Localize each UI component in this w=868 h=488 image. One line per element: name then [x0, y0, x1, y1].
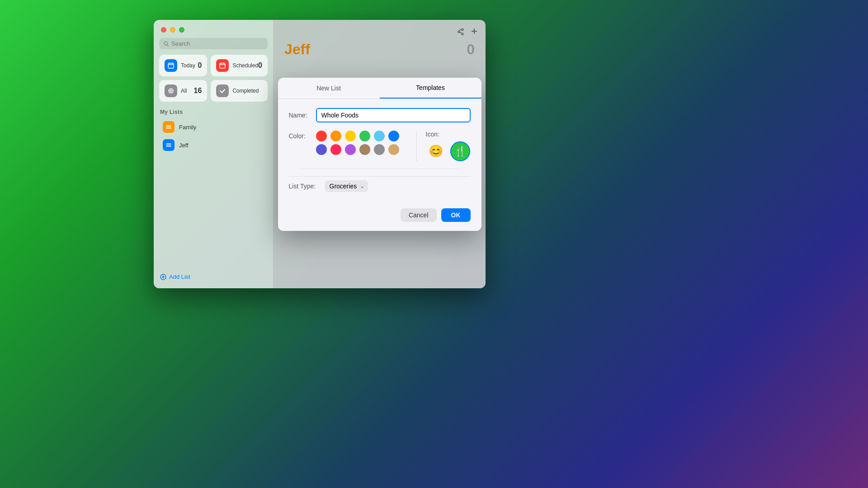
icon-options: 😊 🍴 — [426, 141, 470, 161]
color-blue[interactable] — [388, 131, 399, 141]
today-icon — [165, 59, 177, 72]
icon-smiley[interactable]: 😊 — [426, 141, 446, 161]
list-item-family[interactable]: Family — [156, 118, 270, 136]
add-list-plus-icon — [160, 274, 166, 280]
list-item-jeff[interactable]: Jeff — [156, 136, 270, 154]
cancel-button[interactable]: Cancel — [401, 208, 437, 222]
smart-lists: Today 0 Scheduled 0 All — [154, 55, 273, 107]
name-row: Name: — [289, 108, 471, 122]
name-input[interactable] — [316, 108, 471, 122]
name-label: Name: — [289, 112, 316, 119]
minimize-button[interactable] — [170, 27, 175, 33]
today-label: Today — [181, 62, 195, 69]
jeff-list-name: Jeff — [179, 142, 264, 149]
search-icon — [164, 41, 169, 47]
icon-section: Icon: 😊 🍴 — [416, 131, 471, 161]
svg-rect-2 — [168, 63, 174, 68]
completed-label: Completed — [232, 88, 259, 94]
color-grid — [316, 131, 412, 155]
color-indigo[interactable] — [316, 144, 327, 155]
ok-button[interactable]: OK — [441, 208, 471, 222]
maximize-button[interactable] — [179, 27, 184, 33]
smart-list-scheduled[interactable]: Scheduled 0 — [211, 55, 268, 76]
color-pink[interactable] — [330, 144, 341, 155]
dialog-actions: Cancel OK — [278, 204, 481, 222]
svg-line-1 — [167, 44, 168, 46]
color-tan[interactable] — [388, 144, 399, 155]
divider — [300, 169, 460, 169]
scheduled-count: 0 — [258, 61, 262, 70]
color-label: Color: — [289, 131, 316, 140]
all-icon — [165, 84, 177, 97]
scheduled-icon — [216, 59, 229, 72]
color-red[interactable] — [316, 131, 327, 141]
dialog-overlay: New List Templates Name: Color: — [274, 20, 486, 288]
smart-list-all[interactable]: All 16 — [159, 80, 207, 102]
completed-icon — [216, 84, 229, 97]
sidebar: Today 0 Scheduled 0 All — [154, 20, 274, 288]
all-count: 16 — [194, 87, 202, 95]
color-green[interactable] — [359, 131, 370, 141]
smart-list-today[interactable]: Today 0 — [159, 55, 207, 76]
family-list-icon — [163, 121, 175, 133]
color-yellow[interactable] — [345, 131, 356, 141]
tab-new-list[interactable]: New List — [278, 78, 380, 99]
list-type-row: List Type: Groceries Standard Shopping — [289, 176, 471, 192]
color-lightblue[interactable] — [374, 131, 385, 141]
dialog-tabs: New List Templates — [278, 78, 481, 99]
close-button[interactable] — [161, 27, 166, 33]
color-icon-row: Color: — [289, 131, 471, 161]
smart-list-completed[interactable]: Completed — [211, 80, 268, 102]
jeff-list-icon — [163, 139, 175, 151]
list-type-select-wrapper: Groceries Standard Shopping — [325, 180, 368, 192]
dialog-body: Name: Color: — [278, 99, 481, 204]
svg-rect-6 — [220, 63, 225, 68]
icon-utensils[interactable]: 🍴 — [450, 141, 470, 161]
my-lists-header: My Lists — [154, 107, 273, 118]
tab-templates[interactable]: Templates — [380, 78, 481, 99]
color-brown[interactable] — [359, 144, 370, 155]
color-orange[interactable] — [330, 131, 341, 141]
icon-label: Icon: — [426, 131, 439, 138]
add-list-button[interactable]: Add List — [154, 269, 197, 285]
window-controls — [154, 20, 273, 38]
list-type-select[interactable]: Groceries Standard Shopping — [325, 180, 368, 192]
color-purple[interactable] — [345, 144, 356, 155]
new-list-dialog: New List Templates Name: Color: — [278, 78, 481, 231]
search-bar[interactable] — [159, 38, 268, 49]
all-label: All — [181, 88, 187, 94]
main-content: Jeff 0 New List Templates Name: — [274, 20, 486, 288]
app-window: Today 0 Scheduled 0 All — [154, 20, 486, 288]
today-count: 0 — [198, 61, 202, 70]
search-input[interactable] — [171, 40, 263, 47]
color-gray[interactable] — [374, 144, 385, 155]
family-list-name: Family — [179, 124, 264, 131]
list-type-label: List Type: — [289, 183, 325, 190]
add-list-label: Add List — [169, 273, 190, 280]
scheduled-label: Scheduled — [232, 62, 258, 69]
